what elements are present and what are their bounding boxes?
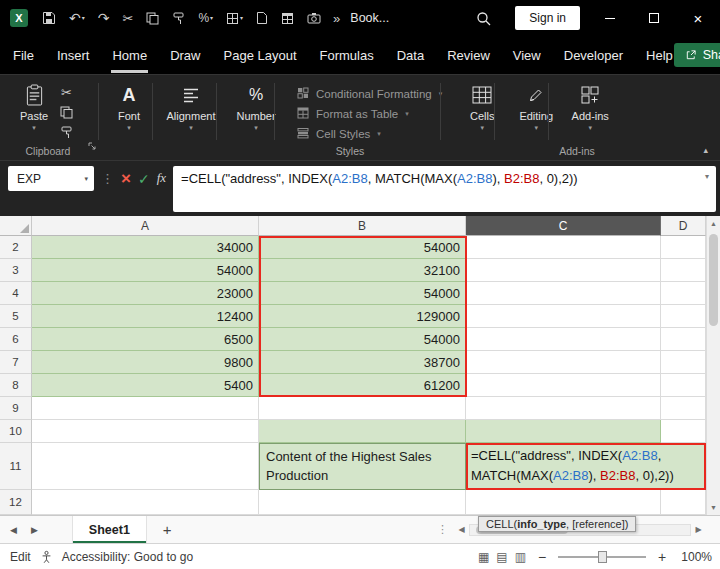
search-icon[interactable] — [476, 11, 491, 26]
borders-icon[interactable]: ▾ — [226, 12, 243, 25]
save-icon[interactable] — [42, 11, 56, 25]
cell-D8[interactable] — [661, 374, 706, 397]
formula-bar-expand-icon[interactable]: ▾ — [705, 172, 709, 181]
menu-tab-review[interactable]: Review — [446, 37, 491, 73]
sheet-scroll-left-icon[interactable]: ◀ — [10, 525, 17, 535]
cell-B7[interactable]: 38700 — [259, 351, 466, 374]
cell-B3[interactable]: 32100 — [259, 259, 466, 282]
scroll-down-icon[interactable]: ▼ — [707, 500, 720, 515]
cell-C4[interactable] — [466, 282, 661, 305]
cell-A11[interactable] — [32, 443, 259, 490]
row-header-11[interactable]: 11 — [0, 443, 32, 490]
menu-tab-file[interactable]: File — [12, 37, 35, 73]
cell-A12[interactable] — [32, 490, 259, 515]
qat-overflow-button[interactable]: » — [333, 11, 340, 26]
row-header-7[interactable]: 7 — [0, 351, 32, 374]
editing-button[interactable]: Editing ▾ — [514, 82, 558, 132]
enter-button[interactable]: ✓ — [138, 171, 150, 187]
cell-B9[interactable] — [259, 397, 466, 420]
vertical-scrollbar[interactable]: ▲ ▼ — [706, 216, 720, 515]
cell-B11[interactable]: Content of the Highest Sales Production — [259, 443, 466, 490]
cut-icon[interactable]: ✂ — [61, 85, 72, 100]
menu-tab-insert[interactable]: Insert — [56, 37, 91, 73]
cell-A2[interactable]: 34000 — [32, 236, 259, 259]
cells-button[interactable]: Cells ▾ — [460, 82, 504, 132]
sheet-scroll-right-icon[interactable]: ▶ — [31, 525, 38, 535]
sheet-tab-splitter-icon[interactable]: ⋮ — [437, 523, 448, 536]
menu-tab-page-layout[interactable]: Page Layout — [223, 37, 298, 73]
redo-icon[interactable]: ↷ — [98, 11, 110, 25]
conditional-formatting-button[interactable]: Conditional Formatting▾ — [297, 84, 442, 103]
cut-icon[interactable]: ✂ — [122, 12, 133, 25]
add-ins-button[interactable]: Add-ins ▾ — [568, 82, 612, 132]
camera-icon[interactable] — [307, 12, 321, 24]
zoom-level[interactable]: 100% — [678, 550, 712, 564]
cancel-button[interactable]: × — [121, 170, 131, 187]
col-header-C[interactable]: C — [466, 216, 661, 236]
insert-function-button[interactable]: fx — [157, 170, 166, 186]
row-header-12[interactable]: 12 — [0, 490, 32, 515]
cell-B4[interactable]: 54000 — [259, 282, 466, 305]
copy-icon[interactable] — [146, 12, 159, 25]
menu-tab-view[interactable]: View — [512, 37, 542, 73]
page-break-view-icon[interactable]: ▥ — [515, 550, 526, 564]
cell-C10[interactable] — [466, 420, 661, 443]
cell-A9[interactable] — [32, 397, 259, 420]
row-header-3[interactable]: 3 — [0, 259, 32, 282]
cell-D12[interactable] — [661, 490, 706, 515]
chevron-down-icon[interactable]: ▾ — [84, 175, 88, 183]
cell-A7[interactable]: 9800 — [32, 351, 259, 374]
row-header-8[interactable]: 8 — [0, 374, 32, 397]
percent-style-icon[interactable]: %▾ — [198, 12, 213, 24]
menu-tab-developer[interactable]: Developer — [563, 37, 624, 73]
cell-A6[interactable]: 6500 — [32, 328, 259, 351]
maximize-button[interactable] — [632, 0, 676, 36]
sign-in-button[interactable]: Sign in — [515, 6, 580, 30]
share-button[interactable]: Share ▾ — [674, 43, 720, 67]
collapse-ribbon-icon[interactable]: ▴ — [703, 145, 708, 155]
row-header-5[interactable]: 5 — [0, 305, 32, 328]
zoom-out-button[interactable]: − — [535, 549, 549, 565]
cell-B10[interactable] — [259, 420, 466, 443]
cell-D5[interactable] — [661, 305, 706, 328]
menu-tab-home[interactable]: Home — [111, 37, 148, 73]
normal-view-icon[interactable]: ▦ — [478, 550, 489, 564]
cell-D4[interactable] — [661, 282, 706, 305]
cell-D9[interactable] — [661, 397, 706, 420]
cell-A5[interactable]: 12400 — [32, 305, 259, 328]
cell-C12[interactable] — [466, 490, 661, 515]
cell-B12[interactable] — [259, 490, 466, 515]
font-button[interactable]: A Font ▾ — [107, 82, 151, 132]
cell-C6[interactable] — [466, 328, 661, 351]
copy-icon[interactable] — [60, 105, 73, 120]
col-header-A[interactable]: A — [32, 216, 259, 236]
table-icon[interactable] — [281, 12, 294, 25]
scroll-right-icon[interactable]: ▶ — [691, 525, 706, 534]
format-as-table-button[interactable]: Format as Table▾ — [297, 104, 442, 123]
row-header-2[interactable]: 2 — [0, 236, 32, 259]
cell-D7[interactable] — [661, 351, 706, 374]
new-sheet-button[interactable]: + — [163, 521, 172, 538]
cell-styles-button[interactable]: Cell Styles▾ — [297, 124, 442, 143]
cell-B5[interactable]: 129000 — [259, 305, 466, 328]
accessibility-status[interactable]: Accessibility: Good to go — [62, 550, 193, 564]
cell-A4[interactable]: 23000 — [32, 282, 259, 305]
col-header-D[interactable]: D — [661, 216, 706, 236]
menu-tab-draw[interactable]: Draw — [169, 37, 201, 73]
name-box[interactable]: EXP ▾ — [8, 166, 94, 191]
page-layout-view-icon[interactable]: ▤ — [496, 550, 507, 564]
cell-B6[interactable]: 54000 — [259, 328, 466, 351]
alignment-button[interactable]: Alignment ▾ — [163, 82, 219, 132]
formula-input[interactable]: =CELL("address", INDEX(A2:B8, MATCH(MAX(… — [173, 166, 716, 212]
zoom-in-button[interactable]: + — [655, 549, 669, 565]
tab-sheet1[interactable]: Sheet1 — [72, 516, 147, 543]
row-header-9[interactable]: 9 — [0, 397, 32, 420]
zoom-thumb[interactable] — [598, 551, 607, 563]
cell-C7[interactable] — [466, 351, 661, 374]
cell-C9[interactable] — [466, 397, 661, 420]
undo-icon[interactable]: ↶▾ — [69, 11, 85, 25]
format-painter-icon[interactable] — [172, 12, 185, 25]
col-header-B[interactable]: B — [259, 216, 466, 236]
new-file-icon[interactable] — [256, 11, 268, 25]
cell-C8[interactable] — [466, 374, 661, 397]
